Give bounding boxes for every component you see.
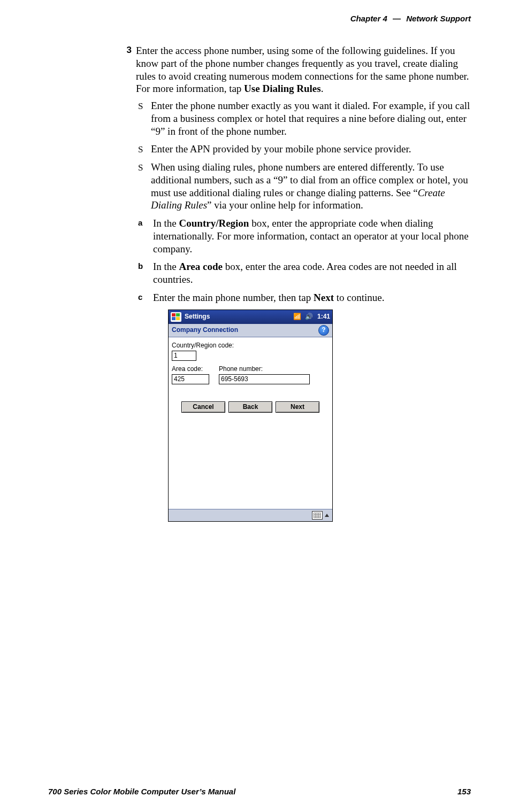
step-body: Enter the access phone number, using som… — [136, 44, 471, 522]
sub-c-bold: Next — [314, 292, 334, 303]
sub-b-pre: In the — [153, 261, 179, 272]
sub-c-pre: Enter the main phone number, then tap — [153, 292, 314, 303]
sub-item-c: c Enter the main phone number, then tap … — [138, 291, 471, 304]
row-area-phone: Area code: 425 Phone number: 695-5693 — [172, 364, 329, 384]
connectivity-icon[interactable]: 📶 — [293, 312, 302, 322]
device-bottombar — [169, 509, 332, 521]
speaker-icon[interactable]: 🔊 — [304, 312, 314, 322]
bullet-item: Enter the APN provided by your mobile ph… — [138, 143, 471, 156]
bullet-item: When using dialing rules, phone numbers … — [138, 161, 471, 212]
connection-title: Company Connection — [172, 326, 238, 334]
bullet-list: Enter the phone number exactly as you wa… — [138, 99, 471, 212]
bullet-item: Enter the phone number exactly as you wa… — [138, 99, 471, 137]
intro-text-post: . — [321, 83, 324, 94]
sub-c-post: to continue. — [334, 292, 384, 303]
start-icon[interactable] — [171, 312, 181, 322]
device-screenshot: Settings 📶 🔊 1:41 Company Connection ? C… — [168, 310, 333, 522]
chapter-label: Chapter 4 — [350, 14, 387, 23]
step-3: 3 Enter the access phone number, using s… — [118, 44, 471, 522]
sub-item-b: b In the Area code box, enter the area c… — [138, 260, 471, 286]
blank-area — [169, 418, 332, 509]
device-titlebar: Settings 📶 🔊 1:41 — [169, 310, 332, 324]
intro-text-bold: Use Dialing Rules — [244, 83, 321, 94]
sip-arrow-icon[interactable] — [325, 514, 329, 517]
input-country-code[interactable]: 1 — [172, 351, 196, 361]
bullet3-post: ” via your online help for information. — [207, 199, 363, 211]
sub-marker: a — [138, 218, 142, 228]
page: Chapter 4 — Network Support 3 Enter the … — [0, 0, 519, 812]
page-number: 153 — [457, 787, 471, 796]
chapter-title: Network Support — [406, 14, 471, 23]
back-button[interactable]: Back — [228, 401, 272, 413]
device-subbar: Company Connection ? — [169, 324, 332, 337]
clock[interactable]: 1:41 — [317, 313, 330, 321]
next-button[interactable]: Next — [276, 401, 319, 413]
header-separator: — — [393, 14, 401, 23]
sub-list: a In the Country/Region box, enter the a… — [138, 217, 471, 304]
content-body: 3 Enter the access phone number, using s… — [118, 44, 471, 522]
label-phone: Phone number: — [219, 365, 310, 373]
col-phone: Phone number: 695-5693 — [219, 364, 310, 384]
keyboard-icon[interactable] — [312, 511, 323, 520]
bullet-text: Enter the phone number exactly as you wa… — [151, 100, 470, 137]
row-country: Country/Region code: 1 — [172, 342, 329, 361]
input-phone-number[interactable]: 695-5693 — [219, 374, 310, 384]
input-area-code[interactable]: 425 — [172, 374, 209, 384]
sub-b-bold: Area code — [179, 261, 223, 272]
form-area: Country/Region code: 1 Area code: 425 Ph… — [169, 337, 332, 392]
help-icon[interactable]: ? — [318, 325, 329, 336]
page-footer: 700 Series Color Mobile Computer User’s … — [48, 787, 471, 796]
col-area: Area code: 425 — [172, 364, 209, 384]
label-area: Area code: — [172, 365, 209, 373]
bullet-text: Enter the APN provided by your mobile ph… — [151, 143, 411, 154]
sub-a-bold: Country/Region — [179, 218, 249, 229]
footer-title: 700 Series Color Mobile Computer User’s … — [48, 787, 235, 796]
sub-marker: c — [138, 292, 142, 303]
cancel-button[interactable]: Cancel — [181, 401, 225, 413]
sub-a-pre: In the — [153, 218, 179, 229]
step-number: 3 — [118, 44, 136, 522]
label-country: Country/Region code: — [172, 342, 329, 350]
button-row: Cancel Back Next — [169, 392, 332, 418]
titlebar-title: Settings — [185, 313, 210, 321]
sub-item-a: a In the Country/Region box, enter the a… — [138, 217, 471, 255]
running-header: Chapter 4 — Network Support — [48, 14, 471, 23]
sub-marker: b — [138, 261, 143, 272]
